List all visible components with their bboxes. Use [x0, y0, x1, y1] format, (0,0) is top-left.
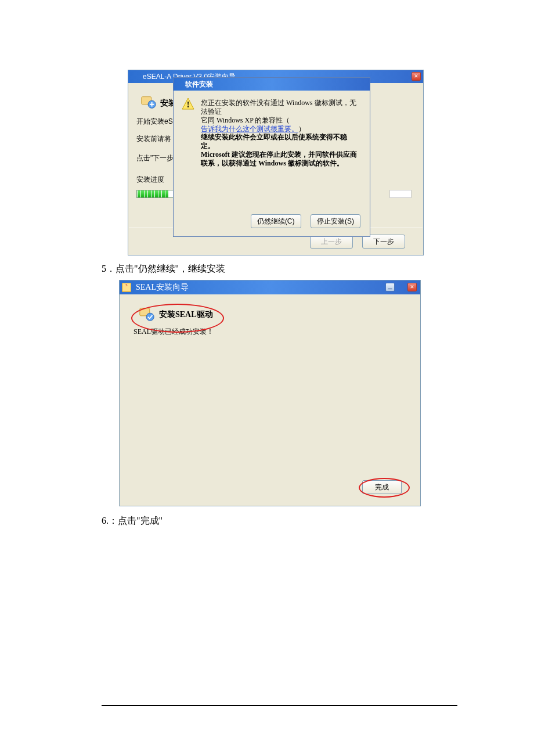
step-6-text: 6.：点击"完成": [102, 514, 459, 527]
bg-line-click: 点击"下一步": [136, 153, 176, 163]
bg-line-progress: 安装进度: [136, 175, 164, 185]
bg-line-start: 开始安装eSE: [136, 117, 178, 127]
continue-anyway-button[interactable]: 仍然继续(C): [251, 214, 301, 228]
dialog-link[interactable]: 告诉我为什么这个测试很重要。: [201, 125, 298, 133]
screenshot-1: eSEAL-A Driver V3.0安装向导 × 安装 开始安装eSE 安装前…: [128, 70, 424, 255]
dlg-link-close: ）: [298, 125, 305, 133]
dlg-bold-l3: 联系，以获得通过 Windows 徽标测试的软件。: [201, 159, 344, 167]
svg-text:!: !: [187, 100, 190, 109]
seal-app-icon: S: [122, 283, 131, 292]
software-install-dialog: 软件安装 ! 您正在安装的软件没有通过 Windows 徽标测试，无法验证 它同…: [173, 77, 370, 237]
highlight-ring-finish: [359, 478, 410, 498]
dialog-message: 您正在安装的软件没有通过 Windows 徽标测试，无法验证 它同 Window…: [201, 99, 360, 134]
bg-line-before: 安装前请将: [136, 134, 171, 144]
dialog-title: 软件安装: [174, 78, 370, 91]
dlg-para-l1: 您正在安装的软件没有通过 Windows 徽标测试，无法验证: [201, 99, 356, 116]
dlg-para-l2: 它同 Windows XP 的兼容性（: [201, 116, 290, 124]
stop-install-button[interactable]: 停止安装(S): [311, 214, 360, 228]
dlg-bold-l2: Microsoft 建议您现在停止此安装，并同软件供应商: [201, 150, 357, 159]
minimize-icon[interactable]: _: [385, 283, 395, 291]
close-icon[interactable]: ×: [412, 72, 421, 81]
dialog-button-row: 仍然继续(C) 停止安装(S): [244, 214, 360, 228]
dialog-bold-message: 继续安装此软件会立即或在以后使系统变得不稳定。 Microsoft 建议您现在停…: [201, 133, 360, 168]
page-footer-rule: [102, 705, 457, 706]
seal-window-titlebar: S SEAL安装向导 _ ×: [120, 280, 420, 294]
step-5-text: 5．点击"仍然继续"，继续安装: [102, 262, 459, 275]
progress-trailing: [389, 190, 412, 198]
close-icon[interactable]: ×: [407, 283, 417, 291]
screenshot-2: S SEAL安装向导 _ × 安装SEAL驱动 SEAL驱动已经成功安装！ 完成: [119, 280, 421, 506]
highlight-ring-header: [131, 304, 224, 333]
dlg-bold-l1: 继续安装此软件会立即或在以后使系统变得不稳定。: [201, 133, 347, 150]
seal-window-title: SEAL安装向导: [136, 283, 189, 291]
progress-bar: [136, 190, 174, 198]
install-icon: [140, 93, 157, 111]
warning-icon: !: [182, 98, 194, 110]
